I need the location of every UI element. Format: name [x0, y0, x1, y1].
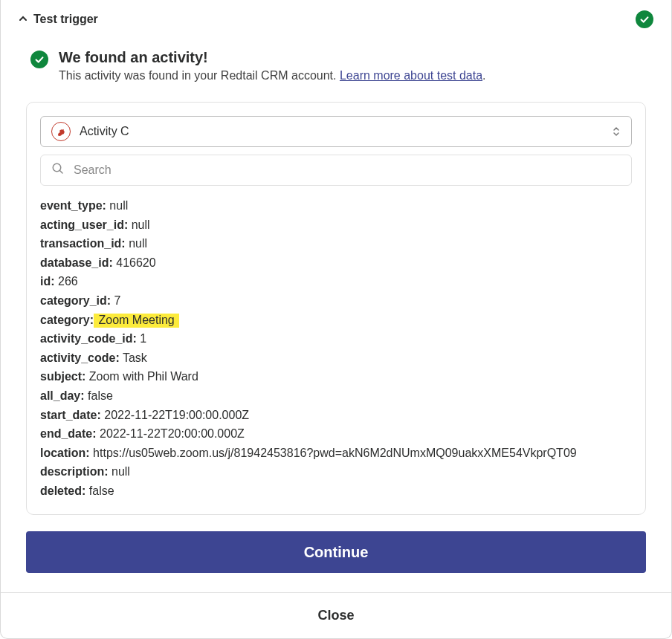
field-value: false: [85, 389, 113, 402]
field-row: id: 266: [40, 272, 629, 291]
field-row: deleted: false: [40, 481, 629, 501]
field-key: start_date:: [40, 409, 101, 421]
search-icon: [51, 162, 65, 178]
field-key: activity_code_id:: [40, 332, 137, 345]
fields-list[interactable]: event_type: nullacting_user_id: nulltran…: [40, 196, 632, 501]
field-value: null: [106, 199, 128, 212]
field-value: 2022-11-22T20:00:00.000Z: [97, 427, 245, 440]
field-row: event_type: null: [40, 196, 629, 215]
field-value: 2022-11-22T19:00:00.000Z: [101, 409, 249, 421]
result-subtext-before: This activity was found in your Redtail …: [59, 69, 340, 82]
field-value: Task: [120, 351, 147, 364]
redtail-icon: [51, 122, 71, 141]
field-key: category:: [40, 314, 94, 326]
chevron-up-icon: [19, 14, 28, 23]
field-key: subject:: [40, 370, 85, 383]
field-value: null: [128, 218, 149, 231]
activity-selector-label: Activity C: [80, 125, 129, 138]
continue-button[interactable]: Continue: [26, 531, 646, 573]
field-row: end_date: 2022-11-22T20:00:00.000Z: [40, 424, 629, 444]
field-key: acting_user_id:: [40, 218, 128, 231]
field-row: transaction_id: null: [40, 234, 629, 253]
field-value: null: [109, 465, 130, 478]
field-key: deleted:: [40, 484, 85, 497]
field-row: category_id: 7: [40, 291, 629, 311]
field-value: 416620: [113, 256, 156, 269]
field-row: all_day: false: [40, 386, 629, 406]
test-trigger-panel: Test trigger We found an activity! This …: [0, 0, 672, 639]
sort-caret-icon: [612, 126, 621, 137]
close-button[interactable]: Close: [313, 607, 358, 624]
field-value: Zoom with Phil Ward: [85, 370, 198, 383]
field-key: category_id:: [40, 294, 111, 307]
success-check-icon: [636, 10, 653, 28]
field-key: transaction_id:: [40, 237, 126, 250]
field-value: Zoom Meeting: [94, 314, 179, 328]
field-row: description: null: [40, 462, 629, 481]
field-key: id:: [40, 275, 55, 288]
field-key: end_date:: [40, 427, 97, 440]
field-key: event_type:: [40, 199, 106, 212]
result-subtext-after: .: [482, 69, 485, 82]
result-title: We found an activity!: [59, 49, 486, 66]
panel-header[interactable]: Test trigger: [1, 0, 671, 36]
field-value: 7: [111, 294, 120, 307]
result-message: We found an activity! This activity was …: [1, 36, 671, 88]
field-key: description:: [40, 465, 109, 478]
field-value: 1: [137, 332, 146, 345]
success-check-icon: [30, 51, 48, 68]
result-subtext: This activity was found in your Redtail …: [59, 69, 486, 82]
result-message-text: We found an activity! This activity was …: [59, 49, 486, 82]
search-input[interactable]: [72, 163, 621, 178]
field-row: activity_code_id: 1: [40, 329, 629, 348]
svg-line-1: [59, 170, 62, 173]
activity-card: Activity C event_type: nullacting_user_i…: [26, 102, 646, 515]
field-key: database_id:: [40, 256, 113, 269]
panel-footer: Close: [1, 592, 671, 638]
activity-selector[interactable]: Activity C: [40, 116, 632, 147]
field-row: location: https://us05web.zoom.us/j/8194…: [40, 444, 629, 463]
header-title: Test trigger: [33, 13, 98, 26]
field-key: all_day:: [40, 389, 85, 402]
field-row: activity_code: Task: [40, 348, 629, 368]
panel-main: Test trigger We found an activity! This …: [1, 0, 671, 592]
field-value: false: [85, 484, 114, 497]
field-value: null: [126, 237, 147, 250]
field-key: location:: [40, 447, 90, 459]
field-row: start_date: 2022-11-22T19:00:00.000Z: [40, 406, 629, 425]
field-row: database_id: 416620: [40, 253, 629, 273]
field-value: https://us05web.zoom.us/j/81942453816?pw…: [90, 447, 577, 459]
field-value: 266: [55, 275, 78, 288]
field-row: acting_user_id: null: [40, 215, 629, 235]
field-row: subject: Zoom with Phil Ward: [40, 367, 629, 386]
field-key: activity_code:: [40, 351, 120, 364]
field-row: category: Zoom Meeting: [40, 311, 629, 330]
search-box[interactable]: [40, 155, 632, 186]
continue-wrap: Continue: [1, 515, 671, 592]
learn-more-link[interactable]: Learn more about test data: [340, 69, 482, 82]
